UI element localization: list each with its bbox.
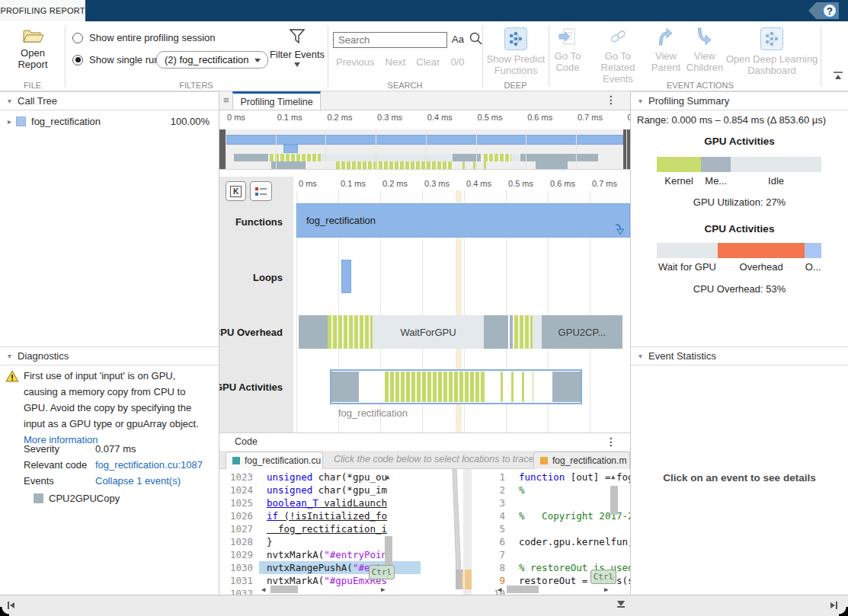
collapse-arrow-icon[interactable]: ▾ xyxy=(8,352,11,360)
call-tree-row[interactable]: ▸ fog_rectification 100.00% xyxy=(0,113,219,129)
scroll-left-arrow[interactable]: ◀ xyxy=(498,586,501,593)
relevant-code-link[interactable]: fog_rectification.cu:1087 xyxy=(95,457,203,473)
profiling-summary-header[interactable]: ▾ Profiling Summary xyxy=(631,91,848,110)
radio-single-run[interactable]: Show single run xyxy=(72,54,160,65)
vertical-scrollbar-thumb[interactable] xyxy=(610,486,618,515)
code-line[interactable]: 2% xyxy=(472,484,630,496)
timeline-bar[interactable] xyxy=(328,315,373,349)
diagnostics-header[interactable]: ▾ Diagnostics xyxy=(0,346,219,365)
loops-row[interactable] xyxy=(296,260,630,293)
timeline-bar[interactable] xyxy=(533,315,542,349)
diagnostic-event-name[interactable]: CPU2GPUCopy xyxy=(49,490,120,506)
scroll-up-arrow[interactable]: ▲ xyxy=(386,473,389,480)
cu-code-pane[interactable]: 1023unsigned char(*gpu_ou1024unsigned ch… xyxy=(219,469,425,595)
collapse-ribbon-button[interactable] xyxy=(833,72,843,79)
code-line[interactable]: 1027 fog_rectification_i xyxy=(219,522,425,535)
scroll-up-arrow[interactable]: ▲ xyxy=(611,473,615,480)
kernel-toggle-button[interactable]: K xyxy=(226,181,246,201)
timeline-bar[interactable] xyxy=(484,154,510,161)
call-tree-header[interactable]: ▾ Call Tree xyxy=(0,91,219,110)
timeline-bar[interactable] xyxy=(501,372,533,402)
timeline-bar[interactable] xyxy=(234,154,268,161)
code-line[interactable]: 1023unsigned char(*gpu_ou xyxy=(219,471,425,484)
timeline-bar[interactable] xyxy=(511,154,520,161)
timeline-bar[interactable] xyxy=(321,154,452,161)
timeline-bar[interactable] xyxy=(510,315,513,349)
expand-arrow-icon[interactable]: ▸ xyxy=(8,117,11,126)
view-parent-button[interactable]: View Parent xyxy=(649,27,683,73)
cpu-overhead-row[interactable]: WaitForGPUGPU2CP... xyxy=(296,315,630,349)
tab-profiling-timeline[interactable]: Profiling Timeline xyxy=(232,91,321,110)
search-clear-button[interactable]: Clear xyxy=(416,56,440,68)
timeline-bar[interactable]: WaitForGPU xyxy=(373,315,484,349)
timeline-bar[interactable] xyxy=(520,154,598,161)
tab-m-file[interactable]: fog_rectification.m xyxy=(533,452,630,469)
kebab-menu-icon[interactable]: ⋮ xyxy=(606,436,616,448)
code-line[interactable]: 4% Copyright 2017-20 xyxy=(472,509,630,522)
timeline-bar[interactable] xyxy=(336,161,453,169)
go-to-related-events-button[interactable]: Go To Related Events xyxy=(587,27,649,85)
report-tab[interactable]: PROFILING REPORT xyxy=(0,0,85,21)
timeline-bar[interactable] xyxy=(514,315,533,349)
overview-content[interactable] xyxy=(226,129,623,169)
search-previous-button[interactable]: Previous xyxy=(336,56,375,68)
horizontal-scrollbar-thumb[interactable] xyxy=(270,586,298,593)
timeline-bar[interactable] xyxy=(484,315,508,349)
gpu-activities-row[interactable] xyxy=(296,369,630,404)
radio-icon[interactable] xyxy=(72,33,83,43)
search-icon[interactable] xyxy=(469,31,483,46)
scroll-right-arrow[interactable]: ▶ xyxy=(381,586,385,593)
match-case-toggle[interactable]: Aa xyxy=(452,34,464,45)
show-predict-functions-button[interactable]: Show Predict Functions xyxy=(485,27,547,76)
timeline-bar[interactable] xyxy=(385,372,485,402)
horizontal-scrollbar-thumb[interactable] xyxy=(507,586,539,593)
go-to-code-button[interactable]: Go To Code xyxy=(550,27,585,73)
panel-menu-icon[interactable]: ≡ xyxy=(223,94,229,106)
collapse-right-panel-button[interactable] xyxy=(830,602,837,609)
code-line[interactable]: 1028} xyxy=(219,535,425,548)
overview-left-handle[interactable] xyxy=(219,129,226,169)
collapse-arrow-icon[interactable]: ▾ xyxy=(638,352,642,360)
timeline-bar[interactable] xyxy=(536,161,568,169)
event-statistics-header[interactable]: ▾ Event Statistics xyxy=(631,346,848,365)
code-line[interactable]: 7 xyxy=(472,548,630,561)
view-children-button[interactable]: View Children xyxy=(684,27,725,73)
timeline-overview[interactable] xyxy=(219,129,630,170)
scroll-right-arrow[interactable]: ▶ xyxy=(604,586,608,593)
trace-annotation-mark[interactable] xyxy=(465,570,472,589)
legend-button[interactable] xyxy=(250,181,272,201)
timeline-bar[interactable]: GPU2CP... xyxy=(542,315,622,349)
radio-selected-icon[interactable] xyxy=(72,55,83,65)
timeline-bar[interactable] xyxy=(331,372,359,402)
code-line[interactable]: 1025boolean_T validLaunch xyxy=(219,496,425,509)
timeline-bar[interactable] xyxy=(226,135,623,145)
timeline-bar[interactable] xyxy=(283,145,298,153)
code-line[interactable]: 1024unsigned char(*gpu_im xyxy=(219,484,425,496)
vertical-scrollbar-thumb[interactable] xyxy=(385,536,392,568)
timeline-bar[interactable] xyxy=(341,260,351,293)
scroll-left-arrow[interactable]: ◀ xyxy=(261,586,265,593)
drill-down-arrow-icon[interactable] xyxy=(613,224,625,236)
search-next-button[interactable]: Next xyxy=(386,56,406,68)
functions-row[interactable]: fog_rectification xyxy=(296,203,630,238)
timeline-plot[interactable]: 0 ms0.1 ms0.2 ms0.3 ms0.4 ms0.5 ms0.6 ms… xyxy=(293,177,630,432)
code-line[interactable]: 6coder.gpu.kernelfun; xyxy=(472,535,630,548)
open-report-button[interactable]: Open Report xyxy=(8,27,58,70)
timeline-bar[interactable] xyxy=(552,372,581,402)
collapse-events-link[interactable]: Collapse 1 event(s) xyxy=(95,473,181,489)
code-line[interactable]: 1032 xyxy=(219,587,425,595)
code-line[interactable]: 1026if (!isInitialized_fo xyxy=(219,509,425,522)
timeline-bar[interactable]: fog_rectification xyxy=(296,203,630,238)
collapse-arrow-icon[interactable]: ▾ xyxy=(638,97,642,105)
kebab-menu-icon[interactable]: ⋮ xyxy=(606,94,616,106)
code-line[interactable]: 1029nvtxMarkA("#entryPoin xyxy=(219,548,425,561)
code-line[interactable]: 5 xyxy=(472,522,630,535)
collapse-arrow-icon[interactable]: ▾ xyxy=(8,97,11,105)
m-code-pane[interactable]: 1function [out] = fog_2%34% Copyright 20… xyxy=(463,469,630,595)
radio-entire-session[interactable]: Show entire profiling session xyxy=(72,32,215,43)
timeline-bar[interactable] xyxy=(270,154,321,161)
timeline-bar[interactable] xyxy=(299,315,328,349)
help-icon[interactable]: ? xyxy=(822,3,837,18)
run-select-dropdown[interactable]: (2) fog_rectification xyxy=(156,51,268,69)
timeline-bar[interactable] xyxy=(271,161,306,169)
